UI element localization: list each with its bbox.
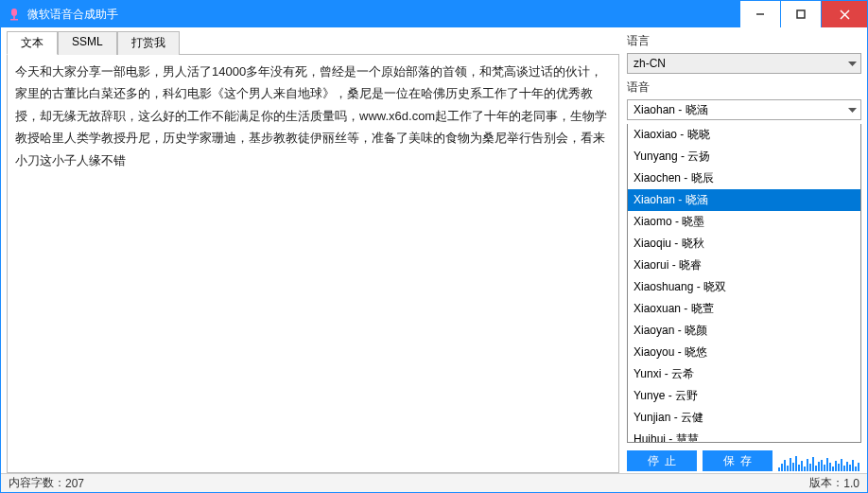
- voice-label: 语音: [627, 79, 861, 96]
- stop-button[interactable]: 停止: [627, 450, 697, 471]
- voice-option[interactable]: Xiaoyou - 晓悠: [628, 342, 860, 363]
- language-select[interactable]: zh-CN: [627, 53, 861, 74]
- voice-value: Xiaohan - 晓涵: [634, 102, 708, 118]
- maximize-button[interactable]: [781, 1, 821, 27]
- voice-option[interactable]: Xiaoxiao - 晓晓: [628, 124, 860, 146]
- voice-option[interactable]: Xiaoyan - 晓颜: [628, 320, 860, 342]
- version-label: 版本：: [809, 475, 843, 491]
- version: 1.0: [843, 477, 859, 490]
- tab-bar: 文本SSML打赏我: [7, 31, 619, 55]
- voice-option[interactable]: Yunxi - 云希: [628, 363, 860, 385]
- char-count-label: 内容字数：: [9, 475, 65, 491]
- chevron-down-icon: [848, 103, 857, 116]
- app-icon: [7, 7, 22, 22]
- svg-marker-8: [848, 108, 857, 113]
- svg-rect-4: [797, 10, 805, 18]
- save-button[interactable]: 保存: [703, 450, 773, 471]
- window-title: 微软语音合成助手: [27, 7, 739, 23]
- minimize-button[interactable]: [740, 1, 780, 27]
- voice-option[interactable]: Yunye - 云野: [628, 385, 860, 407]
- tab-2[interactable]: 打赏我: [117, 31, 180, 55]
- app-window: 微软语音合成助手 文本SSML打赏我 今天和大家分享一部电影，男人活了14000…: [0, 0, 868, 493]
- tab-1[interactable]: SSML: [58, 31, 117, 55]
- tab-0[interactable]: 文本: [7, 31, 58, 55]
- right-pane: 语言 zh-CN 语音 Xiaohan - 晓涵 Xiaoxiao - 晓晓Yu…: [627, 31, 861, 473]
- voice-option[interactable]: Xiaomo - 晓墨: [628, 211, 860, 233]
- voice-option[interactable]: Xiaoxuan - 晓萱: [628, 298, 860, 320]
- titlebar[interactable]: 微软语音合成助手: [1, 1, 867, 27]
- left-pane: 文本SSML打赏我 今天和大家分享一部电影，男人活了14000多年没有死，曾经是…: [7, 31, 619, 473]
- language-value: zh-CN: [634, 57, 666, 70]
- voice-dropdown-list[interactable]: Xiaoxiao - 晓晓Yunyang - 云扬Xiaochen - 晓辰Xi…: [627, 124, 861, 443]
- voice-option[interactable]: Xiaohan - 晓涵: [628, 189, 860, 211]
- voice-option[interactable]: Xiaorui - 晓睿: [628, 255, 860, 276]
- window-controls: [739, 1, 867, 27]
- button-row: 停止 保存: [627, 449, 861, 473]
- voice-select[interactable]: Xiaohan - 晓涵: [627, 99, 861, 120]
- main-body: 文本SSML打赏我 今天和大家分享一部电影，男人活了14000多年没有死，曾经是…: [1, 27, 867, 473]
- language-label: 语言: [627, 33, 861, 49]
- voice-option[interactable]: Xiaoqiu - 晓秋: [628, 233, 860, 255]
- status-bar: 内容字数： 207 版本： 1.0: [1, 473, 867, 492]
- svg-marker-7: [848, 62, 857, 66]
- chevron-down-icon: [848, 57, 857, 70]
- svg-rect-2: [10, 19, 18, 21]
- svg-rect-0: [11, 9, 17, 16]
- char-count: 207: [65, 477, 84, 490]
- svg-rect-1: [13, 16, 15, 19]
- voice-option[interactable]: Yunyang - 云扬: [628, 146, 860, 167]
- text-input[interactable]: 今天和大家分享一部电影，男人活了14000多年没有死，曾经是一个原始部落的首领，…: [7, 55, 619, 473]
- close-button[interactable]: [822, 1, 867, 27]
- voice-option[interactable]: Xiaochen - 晓辰: [628, 167, 860, 189]
- waveform-icon: [778, 450, 861, 471]
- voice-option[interactable]: Xiaoshuang - 晓双: [628, 276, 860, 298]
- voice-option[interactable]: Yunjian - 云健: [628, 407, 860, 429]
- voice-option[interactable]: Huihui - 慧慧: [628, 429, 860, 443]
